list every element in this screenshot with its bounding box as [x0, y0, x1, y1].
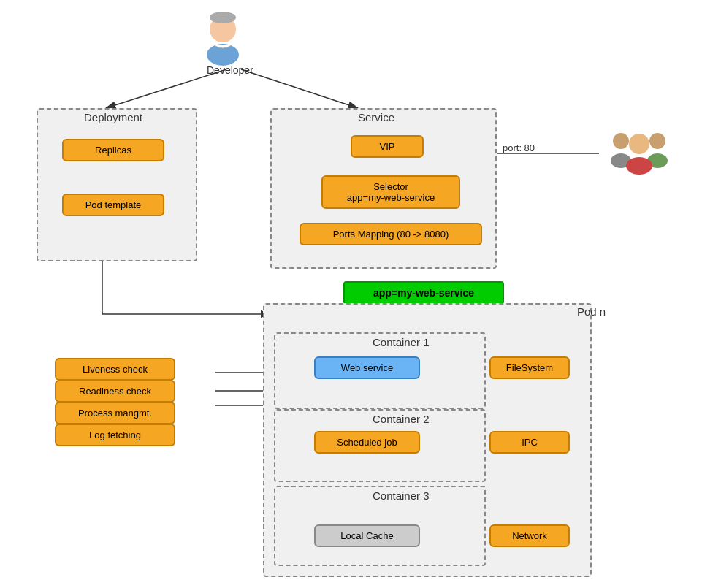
filesystem-button[interactable]: FileSystem [489, 356, 570, 379]
container2-label: Container 2 [373, 413, 430, 425]
ipc-button[interactable]: IPC [489, 431, 570, 454]
container3-label: Container 3 [373, 489, 430, 502]
scheduled-job-button[interactable]: Scheduled job [314, 431, 420, 454]
diagram: Developer Deployment Replicas Pod templa… [0, 0, 702, 588]
selector-label-line2: app=my-web-service [347, 192, 435, 203]
app-label: app=my-web-service [343, 281, 504, 305]
svg-point-19 [210, 12, 236, 23]
service-label: Service [358, 111, 394, 123]
svg-point-23 [649, 133, 665, 149]
liveness-check-button[interactable]: Liveness check [55, 358, 175, 381]
users-icon [606, 121, 672, 177]
local-cache-button[interactable]: Local Cache [314, 524, 420, 547]
readiness-check-button[interactable]: Readiness check [55, 380, 175, 402]
port-label: port: 80 [503, 142, 535, 153]
log-fetching-button[interactable]: Log fetching [55, 424, 175, 446]
container1-label: Container 1 [373, 336, 430, 348]
pod-n-label: Pod n [577, 305, 606, 318]
replicas-button[interactable]: Replicas [62, 139, 164, 161]
svg-point-24 [626, 157, 652, 175]
svg-point-25 [629, 134, 649, 154]
network-button[interactable]: Network [489, 524, 570, 547]
vip-button[interactable]: VIP [351, 135, 424, 158]
deployment-box [37, 108, 197, 261]
selector-button[interactable]: Selector app=my-web-service [321, 175, 460, 209]
svg-line-2 [241, 69, 358, 108]
process-mgmt-button[interactable]: Process mangmt. [55, 402, 175, 424]
developer-label: Developer [207, 64, 253, 76]
svg-point-21 [613, 133, 629, 149]
deployment-label: Deployment [84, 111, 142, 123]
selector-label-line1: Selector [373, 181, 408, 192]
web-service-button[interactable]: Web service [314, 356, 420, 379]
pod-template-button[interactable]: Pod template [62, 194, 164, 216]
developer-icon [194, 7, 252, 68]
ports-mapping-button[interactable]: Ports Mapping (80 -> 8080) [300, 223, 482, 245]
